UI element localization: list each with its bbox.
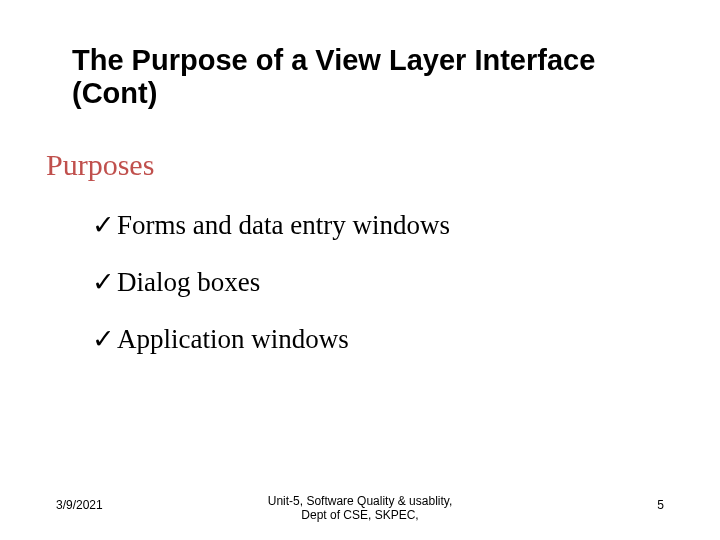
checkmark-icon: ✓ <box>92 326 115 353</box>
list-item: ✓ Dialog boxes <box>92 267 652 298</box>
slide: The Purpose of a View Layer Interface (C… <box>0 0 720 540</box>
list-item-label: Application windows <box>117 324 349 355</box>
bullet-list: ✓ Forms and data entry windows ✓ Dialog … <box>92 210 652 381</box>
footer-page-number: 5 <box>657 498 664 512</box>
slide-title: The Purpose of a View Layer Interface (C… <box>72 44 672 111</box>
checkmark-icon: ✓ <box>92 269 115 296</box>
list-item-label: Forms and data entry windows <box>117 210 450 241</box>
slide-footer: 3/9/2021 Unit-5, Software Quality & usab… <box>0 492 720 532</box>
section-heading: Purposes <box>46 148 154 182</box>
list-item: ✓ Application windows <box>92 324 652 355</box>
footer-center-line: Unit-5, Software Quality & usablity, <box>268 494 453 508</box>
list-item-label: Dialog boxes <box>117 267 260 298</box>
checkmark-icon: ✓ <box>92 212 115 239</box>
footer-center: Unit-5, Software Quality & usablity, Dep… <box>0 494 720 523</box>
list-item: ✓ Forms and data entry windows <box>92 210 652 241</box>
footer-center-line: Dept of CSE, SKPEC, <box>301 508 418 522</box>
